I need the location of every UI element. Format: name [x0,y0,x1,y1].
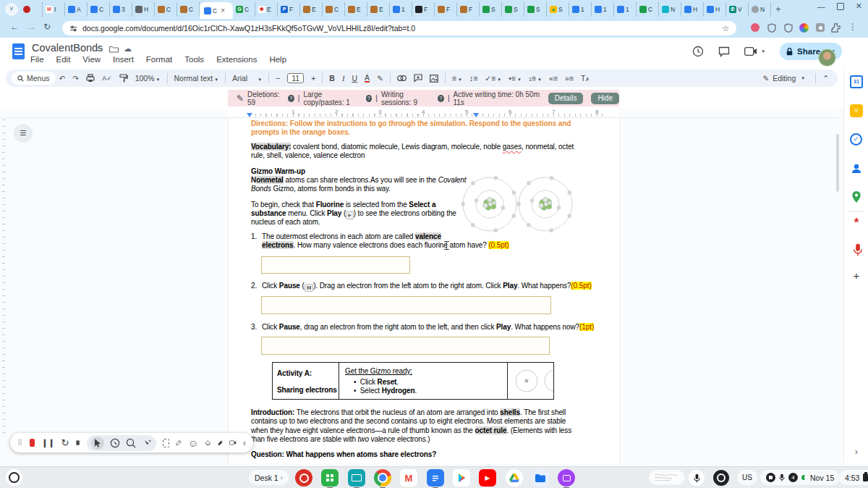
browser-tab[interactable]: S [524,2,547,17]
add-addon-icon[interactable]: + [850,269,863,282]
screenshot-preview-thumbnail[interactable] [649,470,685,485]
delete-record-button[interactable] [75,438,80,447]
chrome-icon[interactable] [374,469,391,487]
star-document-icon[interactable]: ☆ [95,44,103,54]
menu-format[interactable]: Format [146,55,172,64]
browser-tab[interactable]: C [637,2,659,17]
menu-help[interactable]: Help [269,55,286,64]
browser-tab[interactable]: 1 [614,2,637,17]
bold-button[interactable]: B [329,74,335,83]
camera-tool-button[interactable] [229,439,237,447]
document-title[interactable]: CovalentBonds [32,42,103,54]
browser-tab[interactable]: C [323,2,345,17]
shield-extension-icon[interactable] [767,23,776,33]
browser-tab[interactable]: N [749,2,771,17]
menu-extensions[interactable]: Extensions [216,55,257,64]
files-app-icon[interactable] [532,469,549,487]
insert-image-icon[interactable] [430,75,438,83]
back-icon[interactable]: ← [10,22,19,32]
menu-tools[interactable]: Tools [184,55,204,64]
app-purple-recorder[interactable] [558,469,575,487]
font-size-field[interactable]: 11 [287,73,304,83]
paint-format-icon[interactable] [119,74,128,83]
app-green-grid[interactable] [321,469,339,487]
desk-next-chevron-icon[interactable]: › [281,474,283,481]
youtube-icon[interactable]: ▶ [479,469,496,487]
browser-tab[interactable]: A [65,2,88,17]
laser-pointer-tool-button[interactable] [218,438,224,447]
notification-mode-icon[interactable] [713,470,729,486]
collapse-toolbar-button[interactable]: ‹ [243,438,246,448]
maps-icon[interactable] [850,190,863,203]
select-tool-button[interactable] [91,437,104,450]
play-store-icon[interactable] [453,469,470,487]
docs-logo[interactable] [12,43,25,59]
underline-button[interactable]: U [352,74,357,83]
comments-icon[interactable] [718,46,730,57]
move-folder-icon[interactable] [109,46,119,53]
browser-tab[interactable]: H [704,2,726,17]
styles-select[interactable]: Normal text▼ [174,74,219,83]
browser-tab[interactable] [20,2,43,17]
eraser-tool-button[interactable] [205,439,210,447]
drag-handle-icon[interactable]: ⠿ [17,439,23,447]
browser-menu-icon[interactable]: ⋮ [848,22,857,32]
left-indent-marker[interactable] [247,113,252,117]
line-spacing-button[interactable]: ↕≡ [469,74,477,83]
calendar-icon[interactable]: 31 [850,75,863,88]
highlight-button[interactable]: ✎ [377,74,383,83]
version-history-icon[interactable] [692,46,704,57]
app-red-media[interactable] [295,469,312,487]
browser-tab[interactable]: C [177,2,200,17]
stat-badge-icon[interactable]: ? [438,95,444,102]
browser-tab[interactable]: N [659,2,681,17]
meet-call-button[interactable]: ▼ [744,47,765,56]
rainbow-extension-icon[interactable] [799,23,809,33]
addon-asterisk-icon[interactable]: * [850,216,863,229]
address-bar[interactable]: docs.google.com/document/d/16Oic1rClCh-X… [62,21,736,35]
app-teal-card[interactable] [348,469,365,487]
docs-app-icon[interactable] [427,469,444,487]
browser-tab[interactable]: 1 [569,2,592,17]
font-size-increase[interactable]: + [311,74,315,83]
close-icon[interactable]: ✕ [856,1,862,11]
gmail-icon[interactable]: M [400,469,417,487]
numbered-list-button[interactable]: 1≡▼ [529,74,542,83]
document-outline-button[interactable]: ☰ [14,124,33,143]
mic-status-button[interactable] [689,470,705,486]
click-highlight-tool-button[interactable] [110,438,120,448]
q3-answer-box[interactable] [261,337,550,355]
menu-file[interactable]: File [30,55,44,64]
voice-mic-icon[interactable] [851,243,864,256]
text-color-button[interactable]: A [365,75,370,83]
document-page[interactable]: Directions: Follow the instructions to g… [228,118,620,463]
browser-tab[interactable]: F [435,2,457,17]
hide-menus-chevron-icon[interactable]: ⌃ [822,74,829,83]
new-tab-button[interactable]: + [775,4,781,14]
indent-marker[interactable] [473,113,479,117]
editing-mode-select[interactable]: ✎ Editing▼ [762,74,805,83]
browser-tab[interactable]: ✱E [255,2,278,17]
hide-button[interactable]: Hide [591,93,619,104]
checklist-button[interactable]: ✓≡▼ [485,74,501,83]
add-comment-icon[interactable] [414,74,422,83]
launcher-button[interactable] [6,469,22,486]
decrease-indent-button[interactable]: «≡ [549,74,558,83]
bookmark-star-icon[interactable]: ☆ [722,24,729,33]
q1-answer-box[interactable] [261,256,410,274]
restore-icon[interactable] [837,3,844,10]
calendar-date-button[interactable]: Nov 15 [804,470,840,485]
search-menus-button[interactable]: Menus [12,72,56,85]
browser-tab[interactable]: E [367,2,390,17]
expand-panel-chevron-icon[interactable]: › [850,446,863,459]
browser-tab[interactable]: H [132,2,155,17]
stop-recording-icon[interactable] [766,473,775,482]
browser-tab-active[interactable]: C× [200,2,233,19]
browser-tab[interactable]: S [502,2,524,17]
browser-tab[interactable]: ▲S [547,2,569,17]
undo-icon[interactable]: ↶ [59,74,66,83]
menu-insert[interactable]: Insert [113,55,134,64]
browser-tab[interactable]: F [457,2,480,17]
tab-close-icon[interactable]: × [221,7,225,14]
print-icon[interactable] [86,74,95,83]
